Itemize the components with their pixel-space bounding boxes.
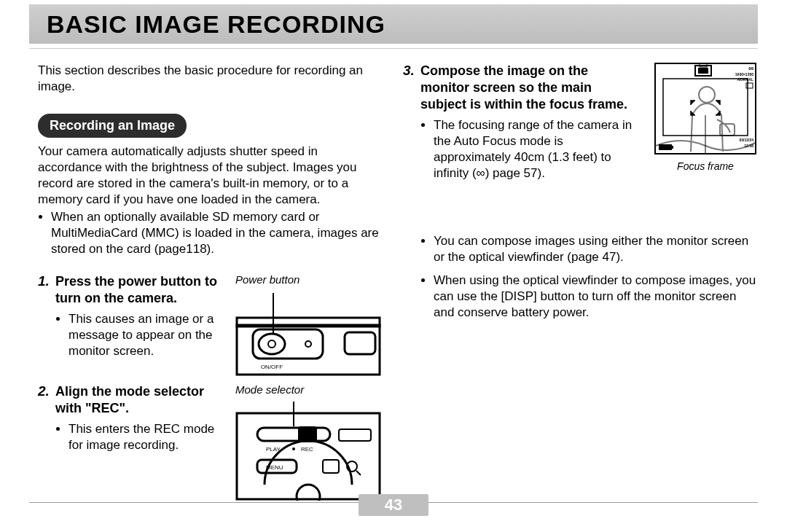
svg-rect-15 <box>339 429 371 441</box>
step-1-bullet: This causes an image or a message to app… <box>68 311 228 359</box>
svg-point-5 <box>305 341 311 347</box>
left-column: This section describes the basic procedu… <box>38 63 399 493</box>
svg-rect-24 <box>698 68 708 74</box>
divider-top <box>29 48 758 49</box>
page-number-wrap: 43 <box>29 494 758 516</box>
step-3-extra-bullets: You can compose images using either the … <box>403 233 759 321</box>
step-2-number: 2. <box>38 383 55 399</box>
step-1-bullets: This causes an image or a message to app… <box>55 311 228 359</box>
svg-point-13 <box>292 447 295 450</box>
overview-text: Your camera automatically adjusts shutte… <box>38 144 381 208</box>
svg-rect-7 <box>345 332 375 354</box>
step-1-number: 1. <box>38 273 55 289</box>
monitor-illustration: 99 1600×1200 NORMAL 03/12/24 12:58 <box>654 63 756 154</box>
svg-line-20 <box>356 471 361 475</box>
power-button-illustration: ON/OFF <box>235 289 381 376</box>
svg-point-4 <box>268 340 275 348</box>
step-3-bullets: The focusing range of the camera in the … <box>420 117 636 181</box>
step-3-title: Compose the image on the monitor screen … <box>420 63 636 113</box>
svg-rect-18 <box>323 460 339 473</box>
figure-mode-selector: Mode selector PLAY REC <box>235 383 381 504</box>
svg-point-3 <box>259 334 285 354</box>
svg-rect-8 <box>237 413 380 499</box>
mode-selector-illustration: PLAY REC MENU <box>235 399 381 501</box>
step-2-bullet: This enters the REC mode for image recor… <box>68 421 228 453</box>
svg-text:03/12/24: 03/12/24 <box>740 138 754 142</box>
figure-mode-label: Mode selector <box>235 383 381 396</box>
svg-text:REC: REC <box>301 446 313 453</box>
svg-rect-36 <box>672 146 673 149</box>
step-3: 3. Compose the image on the monitor scre… <box>403 63 759 230</box>
step-3-bullet-1: The focusing range of the camera in the … <box>434 117 636 181</box>
right-column: 3. Compose the image on the monitor scre… <box>399 63 759 493</box>
page-title: BASIC IMAGE RECORDING <box>47 10 385 39</box>
page-number: 43 <box>359 494 428 516</box>
step-2-bullets: This enters the REC mode for image recor… <box>55 421 228 453</box>
figure-power-button: Power button <box>235 273 381 379</box>
step-3-number: 3. <box>403 63 420 79</box>
step-3-bullet-3: When using the optical viewfinder to com… <box>434 273 759 321</box>
step-2: 2. Align the mode selector with "REC". T… <box>38 383 381 504</box>
svg-rect-9 <box>257 428 330 441</box>
svg-text:1600×1200: 1600×1200 <box>735 72 753 77</box>
svg-rect-2 <box>253 329 323 359</box>
title-bar: BASIC IMAGE RECORDING <box>29 4 758 44</box>
intro-text: This section describes the basic procedu… <box>38 63 381 95</box>
overview-bullets: When an optionally available SD memory c… <box>38 209 381 257</box>
step-2-title: Align the mode selector with "REC". <box>55 383 228 417</box>
step-1-title: Press the power button to turn on the ca… <box>55 273 228 307</box>
svg-text:12:58: 12:58 <box>744 144 753 148</box>
content: This section describes the basic procedu… <box>38 63 759 493</box>
monitor-caption: Focus frame <box>654 160 756 172</box>
section-heading: Recording an Image <box>38 114 187 138</box>
step-1-text: 1. Press the power button to turn on the… <box>38 273 228 379</box>
onoff-label: ON/OFF <box>261 364 283 370</box>
figure-monitor: 99 1600×1200 NORMAL 03/12/24 12:58 <box>654 63 756 172</box>
step-1: 1. Press the power button to turn on the… <box>38 273 381 379</box>
step-2-text: 2. Align the mode selector with "REC". T… <box>38 383 228 504</box>
svg-text:99: 99 <box>748 66 753 71</box>
svg-rect-35 <box>659 144 672 150</box>
step-3-bullet-2: You can compose images using either the … <box>434 233 759 265</box>
figure-power-label: Power button <box>235 273 381 286</box>
svg-text:NORMAL: NORMAL <box>737 77 753 82</box>
overview-bullet: When an optionally available SD memory c… <box>51 209 381 257</box>
